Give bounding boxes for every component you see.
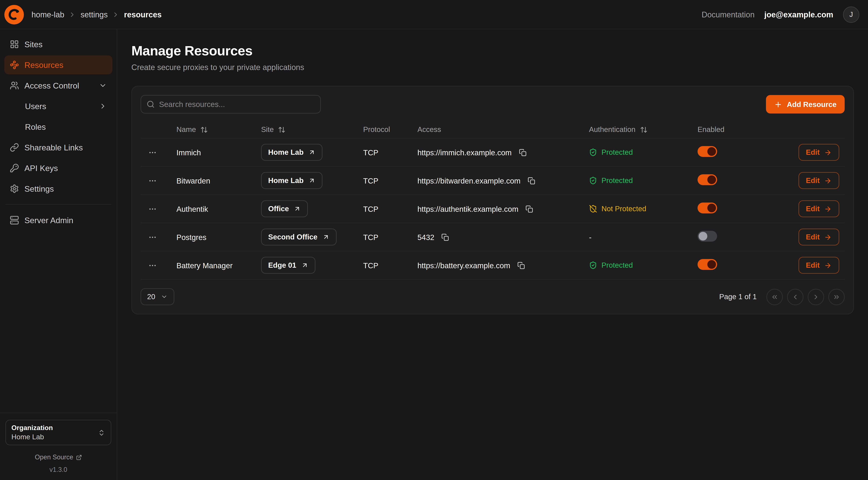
user-email[interactable]: joe@example.com	[764, 10, 833, 19]
column-header-enabled: Enabled	[692, 121, 766, 138]
edit-button[interactable]: Edit	[798, 200, 839, 217]
resources-card: Add Resource Name	[131, 86, 854, 314]
sort-icon	[640, 126, 647, 133]
first-page-button[interactable]	[767, 289, 783, 305]
copy-button[interactable]	[518, 148, 527, 157]
sidebar-nav: Sites Resources Access Control Users Rol…	[4, 35, 112, 230]
page-size-value: 20	[147, 293, 155, 301]
copy-button[interactable]	[516, 261, 526, 270]
auth-status: Protected	[589, 148, 687, 156]
breadcrumb-org[interactable]: home-lab	[31, 10, 64, 19]
sidebar-item-server-admin[interactable]: Server Admin	[4, 211, 112, 230]
sidebar-item-sites[interactable]: Sites	[4, 35, 112, 54]
breadcrumb-current[interactable]: resources	[124, 10, 162, 19]
search-wrap	[141, 95, 321, 114]
page-subtitle: Create secure proxies to your private ap…	[131, 63, 854, 72]
edit-button[interactable]: Edit	[798, 257, 839, 274]
add-resource-button[interactable]: Add Resource	[766, 95, 845, 114]
column-header-menu	[141, 121, 171, 138]
avatar-initial: J	[849, 10, 853, 19]
row-menu-button[interactable]	[146, 259, 159, 272]
app-logo[interactable]	[4, 5, 24, 24]
resource-access: https://battery.example.com	[417, 261, 510, 270]
page-size-select[interactable]: 20	[141, 288, 174, 305]
table-row: Authentik Office TCP https://authentik.e…	[141, 195, 845, 223]
sidebar-item-roles[interactable]: Roles	[4, 117, 112, 136]
arrow-up-right-icon	[294, 205, 301, 212]
table-row: Bitwarden Home Lab TCP https://bitwarden…	[141, 167, 845, 195]
search-input[interactable]	[141, 95, 321, 114]
shield-check-icon	[589, 261, 597, 269]
copy-icon	[519, 149, 526, 156]
enabled-toggle[interactable]	[698, 174, 717, 185]
open-source-link[interactable]: Open Source	[5, 453, 111, 461]
previous-page-button[interactable]	[787, 289, 803, 305]
sidebar-item-settings[interactable]: Settings	[4, 179, 112, 198]
toggle-knob	[707, 175, 716, 184]
last-page-button[interactable]	[828, 289, 845, 305]
arrow-up-right-icon	[309, 149, 316, 156]
edit-button[interactable]: Edit	[798, 172, 839, 189]
sidebar-item-shareable-links[interactable]: Shareable Links	[4, 138, 112, 157]
site-link-button[interactable]: Office	[261, 200, 308, 217]
sidebar-item-label: Server Admin	[24, 216, 73, 225]
enabled-toggle[interactable]	[698, 203, 717, 213]
gear-icon	[10, 184, 19, 193]
sidebar-item-api-keys[interactable]: API Keys	[4, 158, 112, 178]
sidebar-item-label: Resources	[24, 60, 63, 69]
table-header-row: Name Site Protocol A	[141, 121, 845, 138]
next-page-button[interactable]	[808, 289, 824, 305]
organization-picker-label: Organization	[11, 424, 53, 432]
row-menu-button[interactable]	[146, 146, 159, 159]
arrow-up-right-icon	[322, 234, 329, 241]
edit-button[interactable]: Edit	[798, 229, 839, 245]
resource-access: https://authentik.example.com	[417, 205, 519, 213]
users-icon	[10, 81, 19, 90]
copy-button[interactable]	[527, 176, 536, 185]
sidebar-item-access-control[interactable]: Access Control	[4, 76, 112, 95]
avatar[interactable]: J	[843, 6, 859, 23]
page-info: Page 1 of 1	[719, 293, 757, 301]
copy-button[interactable]	[524, 204, 534, 214]
auth-status: Not Protected	[589, 205, 687, 213]
auth-status-label: Protected	[601, 177, 633, 185]
chevrons-up-down-icon	[98, 429, 105, 437]
copy-icon	[517, 262, 525, 269]
pager: Page 1 of 1	[719, 289, 845, 305]
sort-name-button[interactable]: Name	[177, 125, 208, 133]
site-link-button[interactable]: Edge 01	[261, 257, 315, 274]
copy-button[interactable]	[440, 232, 450, 242]
chevron-right-icon	[69, 11, 76, 18]
organization-picker[interactable]: Organization Home Lab	[5, 420, 111, 445]
auth-status-label: Not Protected	[601, 205, 646, 213]
main-content: Manage Resources Create secure proxies t…	[117, 29, 868, 480]
breadcrumb-settings[interactable]: settings	[81, 10, 108, 19]
enabled-toggle[interactable]	[698, 231, 717, 242]
table-row: Immich Home Lab TCP https://immich.examp…	[141, 138, 845, 167]
resource-protocol: TCP	[363, 176, 378, 185]
resource-protocol: TCP	[363, 261, 378, 270]
enabled-toggle[interactable]	[698, 146, 717, 157]
arrow-right-icon	[824, 262, 832, 269]
site-link-button[interactable]: Home Lab	[261, 172, 322, 189]
row-menu-button[interactable]	[146, 202, 159, 215]
documentation-link[interactable]: Documentation	[702, 10, 755, 19]
site-link-button[interactable]: Second Office	[261, 229, 336, 245]
toggle-knob	[707, 204, 716, 212]
row-menu-button[interactable]	[146, 174, 159, 187]
resources-table: Name Site Protocol A	[141, 121, 845, 280]
row-menu-button[interactable]	[146, 231, 159, 244]
sidebar-item-users[interactable]: Users	[4, 97, 112, 116]
edit-button[interactable]: Edit	[798, 144, 839, 161]
sidebar-item-label: Sites	[24, 40, 42, 49]
shield-off-icon	[589, 205, 597, 213]
pager-buttons	[767, 289, 845, 305]
column-header-site: Site	[256, 121, 358, 138]
resource-protocol: TCP	[363, 233, 378, 241]
sidebar-item-resources[interactable]: Resources	[4, 55, 112, 74]
sort-authentication-button[interactable]: Authentication	[589, 125, 647, 133]
sort-site-button[interactable]: Site	[261, 125, 286, 133]
enabled-toggle[interactable]	[698, 259, 717, 270]
site-link-button[interactable]: Home Lab	[261, 144, 322, 161]
resource-name: Immich	[177, 148, 201, 157]
